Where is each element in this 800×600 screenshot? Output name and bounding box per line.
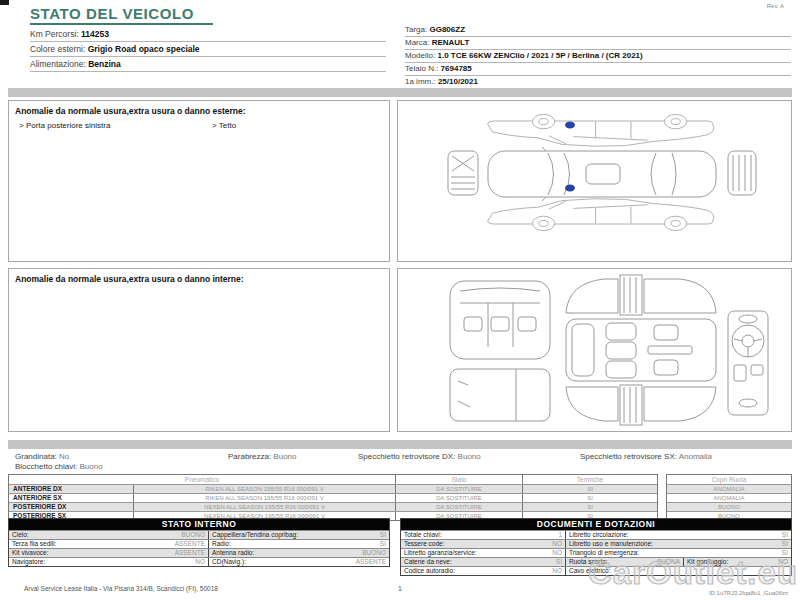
check-blocchetto-chiavi: Blocchetto chiavi: Buono: [15, 462, 103, 471]
car-side-view-left: [488, 114, 714, 146]
table-row: Navigatore:NO CD(Navig.):ASSENTE: [9, 557, 389, 566]
exterior-anomalies-panel: Anomalie da normale usura,extra usura o …: [8, 100, 390, 262]
marca-value: RENAULT: [432, 38, 470, 47]
page-number: 1: [0, 585, 800, 592]
trunk-view: [450, 369, 550, 421]
vehicle-info-right: Targa: GG806ZZ Marca: RENAULT Modello: 1…: [405, 24, 791, 89]
section-divider-bar: [8, 88, 792, 97]
info-row-telaio: Telaio N.: 7694785: [405, 63, 791, 76]
exterior-damage-diagram-panel: [397, 100, 792, 262]
modello-value: 1.0 TCE 66KW ZENClio / 2021 / 5P / Berli…: [437, 51, 642, 60]
info-row-alimentazione: Alimentazione: Benzina: [30, 57, 386, 72]
documenti-title: DOCUMENTI E DOTAZIONI: [401, 519, 791, 530]
damage-marker-rear-door: [565, 122, 575, 129]
copri-value: ANOMALIA: [667, 493, 791, 502]
stato-interno-table: STATO INTERNO Cielo:BUONO Cappelliera/Te…: [8, 518, 390, 567]
check-grandinata: Grandinata: No: [15, 452, 69, 461]
tyre-row-anteriore-dx: ANTERIORE DX RIKEN ALL SEASON 195/55 R16…: [9, 484, 657, 493]
vehicle-info-left: Km Percorsi: 114253 Colore esterni: Grig…: [30, 27, 386, 72]
table-row: Totale chiavi:1 Libretto circolazione:SI: [401, 530, 791, 539]
car-rear-view: [728, 151, 756, 195]
car-side-view-right: [488, 199, 714, 231]
damage-marker-roof: [565, 185, 575, 192]
alimentazione-value: Benzina: [88, 59, 121, 69]
telaio-value: 7694785: [441, 64, 472, 73]
colore-value: Grigio Road opaco speciale: [88, 44, 200, 54]
check-parabrezza: Parabrezza: Buono: [228, 452, 297, 461]
vehicle-report-page: STATO DEL VEICOLO Rev. A Km Percorsi: 11…: [0, 0, 800, 600]
copri-ruota-table: Copri Ruota ANOMALIA ANOMALIA BUONO BUON…: [666, 474, 792, 521]
page-title: STATO DEL VEICOLO: [30, 5, 194, 22]
documenti-dotazioni-table: DOCUMENTI E DOTAZIONI Totale chiavi:1 Li…: [400, 518, 792, 576]
col-pneumatico: Pneumatico: [9, 475, 396, 484]
interior-damage-diagram-panel: [397, 268, 792, 432]
info-row-modello: Modello: 1.0 TCE 66KW ZENClio / 2021 / 5…: [405, 50, 791, 63]
info-row-km: Km Percorsi: 114253: [30, 27, 386, 42]
prima-imm-value: 25/10/2021: [438, 77, 478, 86]
cabin-plan-view: [566, 275, 716, 425]
rear-seat-view: [450, 281, 550, 359]
dashboard-view: [728, 311, 768, 415]
car-plan-view: [488, 147, 716, 201]
info-row-marca: Marca: RENAULT: [405, 37, 791, 50]
copri-value: BUONO: [667, 502, 791, 511]
anomaly-item: > Porta posteriore sinistra: [19, 121, 212, 130]
table-row: Libretto garanzia/service:NO Triangolo d…: [401, 548, 791, 557]
col-termiche: Termiche: [523, 475, 657, 484]
tyre-row-posteriore-dx: POSTERIORE DX NEXEN ALL SEASON 195/55 R1…: [9, 502, 657, 511]
stato-interno-title: STATO INTERNO: [9, 519, 389, 530]
targa-value: GG806ZZ: [429, 25, 465, 34]
tyre-table: Pneumatico Stato Termiche ANTERIORE DX R…: [8, 474, 658, 521]
col-copri-ruota: Copri Ruota: [667, 475, 791, 484]
anomaly-item: > Tetto: [212, 121, 236, 130]
exterior-anomalies-heading: Anomalie da normale usura,extra usura o …: [9, 101, 389, 116]
car-exterior-diagram: [398, 101, 791, 261]
table-row: Codice autoradio:NO Cavo elettrico:: [401, 566, 791, 575]
revision-label: Rev. A: [767, 3, 784, 9]
car-interior-diagram: [398, 269, 791, 431]
info-row-colore: Colore esterni: Grigio Road opaco specia…: [30, 42, 386, 57]
exterior-anomalies-list: > Porta posteriore sinistra > Tetto: [9, 121, 389, 130]
table-row: Catene da neve:SI Ruota scorta:BUONA Kit…: [401, 557, 791, 566]
car-front-view: [448, 151, 478, 195]
check-specchietto-dx: Specchietto retrovisore DX: Buono: [358, 452, 481, 461]
table-row: Kit vivavoce:ASSENTE Antenna radio:BUONO: [9, 548, 389, 557]
section-divider-bar: [8, 440, 792, 449]
table-row: Terza fila sedili:ASSENTE Radio:SI: [9, 539, 389, 548]
table-row: Tessere code:NO Libretto uso e manutenzi…: [401, 539, 791, 548]
tyre-row-anteriore-sx: ANTERIORE SX RIKEN ALL SEASON 195/55 R16…: [9, 493, 657, 502]
table-row: Cielo:BUONO Cappelliera/Tendina copribag…: [9, 530, 389, 539]
copri-value: ANOMALIA: [667, 484, 791, 493]
col-stato: Stato: [396, 475, 523, 484]
interior-anomalies-panel: Anomalie da normale usura,extra usura o …: [8, 268, 390, 432]
info-row-targa: Targa: GG806ZZ: [405, 24, 791, 37]
tyre-table-header: Pneumatico Stato Termiche: [9, 475, 657, 484]
check-specchietto-sx: Specchietto retrovisore SX: Anomalia: [580, 452, 712, 461]
interior-anomalies-heading: Anomalie da normale usura,extra usura o …: [9, 269, 389, 284]
document-id: ID 1u7RJ3.2fqa8u1 ,Gua06zz: [709, 590, 788, 596]
km-value: 114253: [81, 29, 109, 39]
scan-corner-artifact: [0, 0, 9, 5]
title-underline: [30, 23, 213, 25]
